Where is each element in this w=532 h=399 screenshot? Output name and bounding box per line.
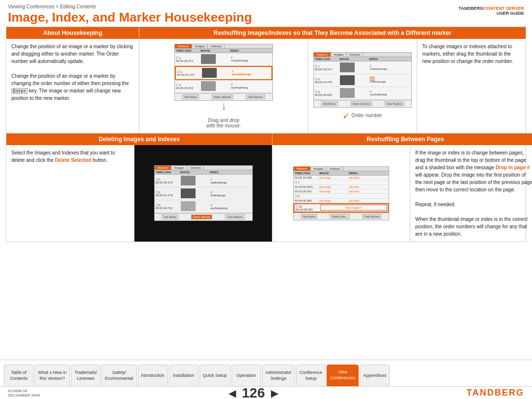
doc-date: DECEMBER 2006 (8, 393, 40, 398)
tab-quick-setup[interactable]: Quick Setup (200, 365, 231, 386)
enter-key: Enter (11, 88, 28, 94)
clear-markers-btn-4[interactable]: Clear Markers (362, 214, 381, 219)
page-header: Viewing Conferences > Editing Contents I… (0, 0, 532, 27)
tab-operation[interactable]: Operation (232, 365, 261, 386)
top-section: About Housekeeping Change the position o… (6, 27, 526, 133)
reshuffling-pages-text: If the image or index is to change betwe… (410, 145, 532, 242)
tab-admin-settings[interactable]: AdministratorSettings (262, 365, 295, 386)
doc-number: D13898.04 (8, 389, 40, 393)
position-text: When the thumbnail image or index is in … (415, 215, 532, 238)
reshuffling-images-section: Reshuffling Images/Indexes so that They … (139, 27, 526, 133)
drag-arrow: ↑ (221, 101, 227, 114)
main-content: About Housekeeping Change the position o… (6, 27, 526, 242)
scr-footer-1: Add Marker Delete Selected Clear Markers (175, 93, 272, 100)
scr-header: TIMECODE IMAGE INDEX (175, 49, 272, 53)
reshuffling-images-screenshot2-area: Markers Images Indexes TIMECODE IMAGE IN… (308, 39, 417, 133)
markers-tab: Markers (175, 44, 192, 48)
bottom-section: Deleting Images and Indexes Select the I… (6, 133, 526, 242)
delete-selected-btn[interactable]: Delete Selected (212, 94, 233, 99)
deleting-images-header: Deleting Images and Indexes (6, 133, 272, 145)
drag-label: Drag and drop with the mouse. (206, 118, 241, 128)
brand-name: TANDBERG (459, 6, 483, 11)
tab-view-conferences[interactable]: ViewConferences (327, 365, 359, 386)
reshuffling-images-text: To change images or indexes attached to … (417, 39, 526, 133)
screenshot-delete: Markers Images Indexes TIMECODE IMAGE IN… (154, 165, 253, 221)
tab-installation[interactable]: Installation (169, 365, 199, 386)
add-marker-btn[interactable]: Add Marker (182, 94, 199, 99)
about-housekeeping-content: Change the position of an image or a mar… (6, 39, 139, 106)
clear-markers-btn-2[interactable]: Clear Markers (385, 101, 404, 106)
order-number-label-area: ↙ Order number (343, 111, 382, 120)
screenshot-pages: Markers Images Indexes TIMECODE IMAGE IN… (293, 166, 389, 220)
brand-product: CONTENT SERVER (483, 6, 524, 11)
delete-selected-btn-4[interactable]: Delete Selec... (330, 214, 350, 219)
tab-conference-setup[interactable]: ConferenceSetup (296, 365, 326, 386)
order-number-label: Order number (351, 113, 382, 118)
order-row-2: ☐ 200:00:19.479 3multitmyimage (314, 74, 411, 87)
about-housekeeping-header: About Housekeeping (6, 27, 139, 39)
drop-in-page-text: Drop in page # (496, 165, 530, 170)
screenshot-drag: Markers Images Indexes TIMECODE IMAGE IN… (174, 44, 273, 101)
scr-row-1: ☐ 100:00:18.374 1smileytheimage (175, 53, 272, 66)
reshuffling-images-body: Markers Images Indexes TIMECODE IMAGE IN… (139, 39, 526, 133)
deleting-images-section: Deleting Images and Indexes Select the I… (6, 133, 272, 242)
order-row-1: ☐ 100:00:18.374 1smileytheimage (314, 61, 411, 74)
brand-guide: USER GUIDE (497, 11, 524, 16)
doc-info: D13898.04 DECEMBER 2006 (8, 389, 40, 398)
delete-selected-link: Delete Selected (55, 157, 91, 163)
tab-appendices[interactable]: Appendices (360, 365, 390, 386)
reshuffling-images-screenshot-area: Markers Images Indexes TIMECODE IMAGE IN… (139, 39, 308, 133)
footer: Table ofContents What s New inthis Versi… (0, 360, 532, 399)
about-housekeeping-panel: About Housekeeping Change the position o… (6, 27, 139, 133)
footer-bottom: D13898.04 DECEMBER 2006 ◀ 126 ▶ TANDBERG (0, 387, 532, 399)
deleting-images-screenshot-area: Markers Images Indexes TIMECODE IMAGE IN… (134, 145, 272, 242)
add-marker-btn-4[interactable]: Add Marker (301, 214, 318, 219)
tab-trademark[interactable]: Trademark/Licenses (71, 365, 100, 386)
clear-markers-btn-3[interactable]: Clear Markers (225, 215, 244, 219)
delete-selected-btn-3[interactable]: Delete Selected (191, 215, 212, 219)
clear-markers-btn[interactable]: Clear Markers (246, 94, 265, 99)
reshuffling-images-right: Markers Images Indexes TIMECODE IMAGE IN… (308, 39, 526, 133)
footer-nav: ◀ 126 ▶ (229, 385, 278, 399)
screenshot-order: Markers Images Indexes TIMECODE IMAGE IN… (313, 52, 412, 108)
repeat-text: Repeat, if needed. (415, 201, 532, 208)
footer-tabs: Table ofContents What s New inthis Versi… (0, 360, 532, 387)
page-title: Image, Index, and Marker Housekeeping (8, 10, 252, 25)
reshuffling-pages-screenshot-area: Markers Images Indexes TIMECODE IMAGE IN… (272, 145, 410, 242)
reshuffling-pages-header: Reshuffling Between Pages (272, 133, 532, 145)
tab-table-of-contents[interactable]: Table ofContents (4, 365, 33, 386)
about-text-2: Change the position of an image or a mar… (11, 72, 134, 102)
next-page-button[interactable]: ▶ (271, 387, 278, 399)
indexes-tab: Indexes (208, 44, 225, 48)
scr-drop-row: 00:09:45.384 add image add index (294, 199, 389, 203)
order-row-3: ☐ 300:00:45.600 3anythingthedog (314, 87, 411, 100)
page-number: 126 (242, 385, 265, 399)
tab-whats-new[interactable]: What s New inthis Version? (34, 365, 70, 386)
reshuffling-images-header: Reshuffling Images/Indexes so that They … (139, 27, 526, 39)
about-text-1: Change the position of an image or a mar… (11, 43, 134, 65)
drop-indicator: Drop in page # (320, 205, 387, 211)
add-marker-btn-3[interactable]: Add Marker (162, 215, 178, 219)
order-arrow-icon: ↙ (343, 111, 349, 120)
scr-row-3: ☐ 300:00:45.600 3anythingthedog (175, 80, 272, 93)
reshuffling-pages-body: Markers Images Indexes TIMECODE IMAGE IN… (272, 145, 532, 242)
scr-row-2: ☐ 200:00:19.479 2tamcalltheimage (175, 66, 272, 80)
footer-brand: TANDBERG (466, 388, 524, 398)
brand-block: TANDBERGCONTENT SERVER USER GUIDE (459, 4, 524, 16)
deleting-images-text: Select the Images and Indexes that you w… (6, 145, 134, 242)
reshuffling-pages-section: Reshuffling Between Pages Markers Images… (272, 133, 532, 242)
breadcrumb: Viewing Conferences > Editing Contents (8, 4, 252, 9)
delete-selected-btn-2[interactable]: Delete Selected (351, 101, 372, 106)
add-marker-btn-2[interactable]: Add Marker (321, 101, 338, 106)
deleting-images-body: Select the Images and Indexes that you w… (6, 145, 272, 242)
tab-safety[interactable]: Safety/Environmental (101, 365, 137, 386)
prev-page-button[interactable]: ◀ (229, 387, 236, 399)
scr-tabs: Markers Images Indexes (175, 44, 272, 49)
tab-introduction[interactable]: Introduction (138, 365, 168, 386)
images-tab: Images (192, 44, 208, 48)
